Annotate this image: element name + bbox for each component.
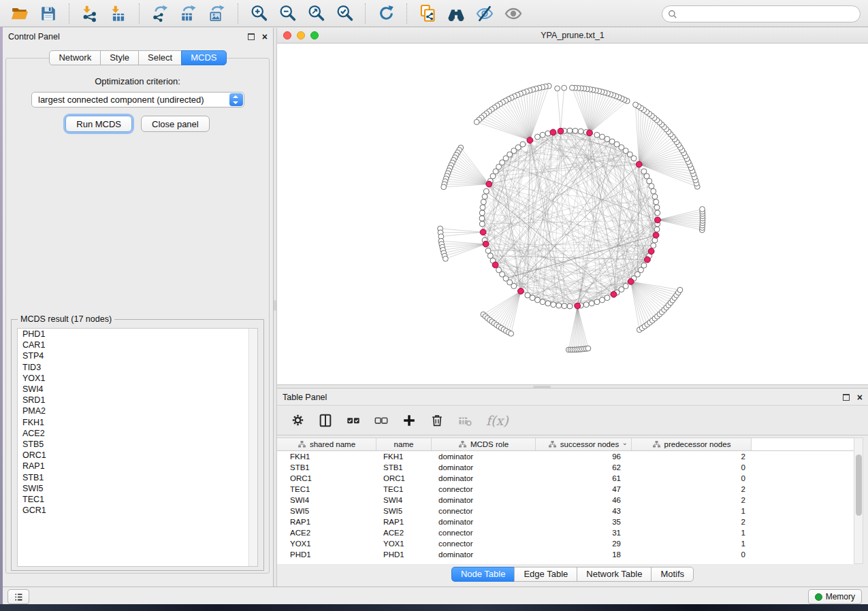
task-history-button[interactable] <box>7 589 29 604</box>
show-all-eye-icon[interactable] <box>502 3 525 24</box>
network-canvas[interactable] <box>277 44 868 385</box>
import-table-icon[interactable] <box>107 3 130 24</box>
tab-style[interactable]: Style <box>100 50 139 65</box>
table-cell[interactable]: 47 <box>536 485 632 493</box>
table-cell[interactable]: SWI5 <box>376 507 432 515</box>
deselect-all-icon[interactable] <box>373 412 389 429</box>
table-cell[interactable]: STB1 <box>376 463 432 472</box>
table-cell[interactable]: dominator <box>432 452 536 461</box>
table-row[interactable]: FKH1FKH1dominator962 <box>277 451 854 462</box>
close-window-icon[interactable] <box>283 31 291 39</box>
sort-indicator-icon[interactable]: ⌄ <box>622 439 628 446</box>
table-row[interactable]: SWI4SWI4dominator462 <box>277 495 854 506</box>
save-session-icon[interactable] <box>37 3 60 24</box>
close-panel-button[interactable]: Close panel <box>141 116 210 132</box>
table-cell[interactable]: 1 <box>632 507 752 515</box>
table-row[interactable]: PHD1PHD1dominator180 <box>277 549 854 560</box>
minimize-window-icon[interactable] <box>297 31 305 39</box>
splitter-handle[interactable] <box>533 386 551 388</box>
table-cell[interactable]: 35 <box>536 518 632 526</box>
table-cell[interactable]: RAP1 <box>376 518 432 526</box>
zoom-out-icon[interactable] <box>276 3 299 24</box>
table-cell[interactable]: 0 <box>632 474 752 482</box>
mcds-result-item[interactable]: ORC1 <box>18 450 257 461</box>
table-cell[interactable]: dominator <box>432 463 536 472</box>
network-window-titlebar[interactable]: YPA_prune.txt_1 <box>277 28 868 44</box>
mcds-result-item[interactable]: ACE2 <box>18 428 257 439</box>
zoom-selected-icon[interactable] <box>333 3 356 24</box>
table-scrollbar[interactable] <box>854 437 863 564</box>
delete-column-icon[interactable] <box>429 412 445 429</box>
float-panel-icon[interactable] <box>248 33 255 40</box>
column-header-predecessor-nodes[interactable]: predecessor nodes <box>632 438 752 450</box>
table-row[interactable]: STB1STB1dominator620 <box>277 462 854 473</box>
table-cell[interactable]: dominator <box>432 550 536 559</box>
import-network-icon[interactable] <box>78 3 101 24</box>
show-columns-icon[interactable] <box>317 412 334 429</box>
table-cell[interactable]: connector <box>432 540 536 548</box>
table-mode-gear-icon[interactable] <box>289 412 306 429</box>
table-cell[interactable]: connector <box>432 529 536 537</box>
table-row[interactable]: SWI5SWI5connector431 <box>277 506 854 516</box>
table-row[interactable]: YOX1YOX1connector291 <box>277 538 854 549</box>
select-all-icon[interactable] <box>345 412 361 429</box>
mcds-result-item[interactable]: TID3 <box>18 362 257 373</box>
table-cell[interactable]: 1 <box>632 540 752 548</box>
table-cell[interactable]: 2 <box>632 452 752 461</box>
table-cell[interactable]: dominator <box>432 496 536 504</box>
table-cell[interactable]: 1 <box>632 529 752 537</box>
mcds-result-item[interactable]: CAR1 <box>18 340 257 350</box>
table-row[interactable]: ORC1ORC1dominator610 <box>277 473 854 484</box>
table-cell[interactable]: TEC1 <box>376 485 432 493</box>
scrollbar-thumb[interactable] <box>856 455 862 516</box>
table-cell[interactable]: 31 <box>536 529 632 537</box>
table-cell[interactable]: 29 <box>536 540 632 548</box>
add-column-icon[interactable] <box>401 412 417 429</box>
zoom-in-icon[interactable] <box>247 3 270 24</box>
table-cell[interactable]: 2 <box>632 518 752 526</box>
table-cell[interactable]: STB1 <box>277 463 376 472</box>
tab-mcds[interactable]: MCDS <box>181 50 226 65</box>
tab-motifs[interactable]: Motifs <box>651 567 694 582</box>
table-row[interactable]: RAP1RAP1dominator352 <box>277 516 854 527</box>
table-cell[interactable]: YOX1 <box>277 540 376 548</box>
table-cell[interactable]: ORC1 <box>376 474 432 482</box>
table-cell[interactable]: TEC1 <box>277 485 376 493</box>
table-cell[interactable]: connector <box>432 507 536 515</box>
table-cell[interactable]: ORC1 <box>277 474 376 482</box>
table-cell[interactable]: 0 <box>632 550 752 559</box>
table-cell[interactable]: connector <box>432 485 536 493</box>
mcds-result-item[interactable]: PMA2 <box>18 406 257 416</box>
table-cell[interactable]: dominator <box>432 474 536 482</box>
table-cell[interactable]: 2 <box>632 496 752 504</box>
table-cell[interactable]: dominator <box>432 518 536 526</box>
close-panel-icon[interactable]: × <box>262 32 268 42</box>
mcds-result-item[interactable]: RAP1 <box>18 461 257 472</box>
mcds-result-item[interactable]: YOX1 <box>18 373 257 384</box>
table-cell[interactable]: FKH1 <box>277 452 376 461</box>
table-cell[interactable]: SWI5 <box>277 507 376 515</box>
table-cell[interactable]: 18 <box>536 550 632 559</box>
mcds-list-scrollbar[interactable] <box>248 329 257 566</box>
column-header-shared-name[interactable]: shared name <box>277 438 376 450</box>
mcds-result-item[interactable]: SWI5 <box>18 483 257 494</box>
search-box[interactable] <box>662 5 861 22</box>
memory-button[interactable]: Memory <box>808 589 862 604</box>
mcds-result-item[interactable]: TEC1 <box>18 494 257 505</box>
network-graph[interactable] <box>277 44 868 385</box>
column-header-successor-nodes[interactable]: successor nodes⌄ <box>536 438 632 450</box>
table-cell[interactable]: ACE2 <box>277 529 376 537</box>
mcds-result-item[interactable]: STB1 <box>18 472 257 483</box>
export-image-icon[interactable] <box>206 3 229 24</box>
table-cell[interactable]: RAP1 <box>277 518 376 526</box>
table-cell[interactable]: PHD1 <box>277 550 376 559</box>
hide-selected-eye-slash-icon[interactable] <box>473 3 496 24</box>
mcds-result-item[interactable]: SRD1 <box>18 395 257 406</box>
table-cell[interactable]: 96 <box>536 452 632 461</box>
mcds-result-item[interactable]: PHD1 <box>18 329 257 340</box>
table-cell[interactable]: 2 <box>632 485 752 493</box>
table-cell[interactable]: PHD1 <box>376 550 432 559</box>
table-cell[interactable]: 62 <box>536 463 632 472</box>
splitter-handle[interactable] <box>274 300 276 311</box>
table-cell[interactable]: ACE2 <box>376 529 432 537</box>
